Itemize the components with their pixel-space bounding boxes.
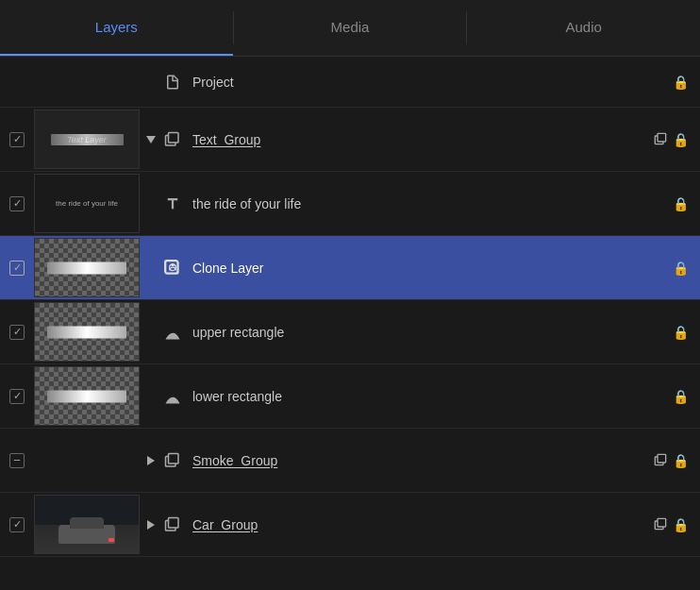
layer-name-lower-rect: lower rectangle xyxy=(189,389,673,404)
thumb-bar-clone xyxy=(47,261,126,274)
group-badge-car xyxy=(654,517,669,532)
checkbox-upper-rect[interactable] xyxy=(0,325,34,340)
checkbox-icon-clone[interactable] xyxy=(9,261,25,276)
thumb-upper-rect xyxy=(34,302,140,362)
lock-icon-car-group: 🔒 xyxy=(673,517,689,532)
car-roof xyxy=(70,517,104,529)
thumb-text-layer-text: the ride of your life xyxy=(52,195,122,211)
right-icons-text-group: 🔒 xyxy=(654,132,700,147)
arrow-right-icon-car xyxy=(147,520,155,530)
svg-point-6 xyxy=(171,263,174,266)
checkbox-text-group[interactable] xyxy=(0,132,34,147)
right-icons-clone: 🔒 xyxy=(673,261,700,276)
thumb-car-group xyxy=(34,495,140,554)
text-icon xyxy=(162,194,183,214)
clone-badge-tg xyxy=(654,132,669,147)
clone-icon-svg xyxy=(163,259,182,278)
checkbox-icon-text-group[interactable] xyxy=(9,132,25,147)
checkbox-icon-smoke-group[interactable] xyxy=(9,453,25,468)
lock-icon-text-layer: 🔒 xyxy=(673,196,689,211)
group-icon-text-group xyxy=(162,129,183,150)
checkbox-lower-rect[interactable] xyxy=(0,389,34,404)
layer-name-project: Project xyxy=(189,75,673,90)
layer-row-clone[interactable]: Clone Layer 🔒 xyxy=(0,236,700,300)
lock-icon-project: 🔒 xyxy=(673,75,689,90)
checkbox-icon-car-group[interactable] xyxy=(9,517,25,532)
layer-name-clone: Clone Layer xyxy=(189,261,673,276)
group-badge-smoke xyxy=(654,453,669,468)
shape-svg-lower xyxy=(163,387,182,406)
layer-row-text-layer[interactable]: the ride of your life the ride of your l… xyxy=(0,172,700,236)
thumb-lower-rect xyxy=(34,366,140,426)
layer-row-car-group[interactable]: Car_Group 🔒 xyxy=(0,493,700,557)
expand-smoke-group[interactable] xyxy=(140,456,162,465)
svg-rect-3 xyxy=(658,133,666,142)
lock-icon-text-group: 🔒 xyxy=(673,132,689,147)
layers-list: Project 🔒 Text Layer Tex xyxy=(0,57,700,557)
tab-layers[interactable]: Layers xyxy=(0,0,233,56)
thumb-bar-lower xyxy=(47,390,126,402)
layer-row-lower-rect[interactable]: lower rectangle 🔒 xyxy=(0,364,700,429)
tab-audio[interactable]: Audio xyxy=(467,0,700,56)
app-container: Layers Media Audio Project 🔒 xyxy=(0,0,700,557)
arrow-right-icon-smoke xyxy=(147,456,155,465)
right-icons-upper-rect: 🔒 xyxy=(673,325,700,340)
thumb-text-group: Text Layer xyxy=(34,110,140,169)
shape-icon-upper xyxy=(162,322,183,343)
lock-icon-clone: 🔒 xyxy=(673,261,689,276)
clone-layer-icon xyxy=(162,258,183,278)
svg-rect-1 xyxy=(169,132,179,143)
lock-icon-lower-rect: 🔒 xyxy=(673,389,689,404)
right-icons-project: 🔒 xyxy=(673,75,700,90)
layer-row-project[interactable]: Project 🔒 xyxy=(0,57,700,108)
checkbox-car-group[interactable] xyxy=(0,517,34,532)
right-icons-lower-rect: 🔒 xyxy=(673,389,700,404)
shape-svg-upper xyxy=(163,323,182,342)
document-icon xyxy=(162,72,183,93)
svg-rect-11 xyxy=(658,454,666,463)
checkbox-text-layer[interactable] xyxy=(0,196,34,211)
layer-row-upper-rect[interactable]: upper rectangle 🔒 xyxy=(0,300,700,364)
car-light xyxy=(108,538,114,542)
expand-text-group[interactable] xyxy=(140,136,162,143)
group-icon-smoke xyxy=(162,450,183,471)
arrow-down-icon xyxy=(146,136,156,143)
thumb-text-layer: the ride of your life xyxy=(34,174,140,233)
layer-name-smoke-group: Smoke_Group xyxy=(189,453,654,468)
tab-media[interactable]: Media xyxy=(234,0,467,56)
lock-icon-smoke-group: 🔒 xyxy=(673,453,689,468)
expand-car-group[interactable] xyxy=(140,520,162,530)
layer-name-car-group: Car_Group xyxy=(189,517,654,532)
checkbox-icon-upper-rect[interactable] xyxy=(9,325,25,340)
svg-rect-15 xyxy=(658,518,666,527)
layer-name-text-layer: the ride of your life xyxy=(189,196,673,211)
thumb-clone xyxy=(34,238,140,297)
shape-icon-lower xyxy=(162,386,183,407)
right-icons-text-layer: 🔒 xyxy=(673,196,700,211)
checkbox-clone[interactable] xyxy=(0,261,34,276)
svg-rect-9 xyxy=(169,453,179,464)
svg-rect-13 xyxy=(169,517,179,528)
layer-row-smoke-group[interactable]: Smoke_Group 🔒 xyxy=(0,429,700,493)
thumb-bar-tg xyxy=(51,134,124,145)
layer-row-text-group[interactable]: Text Layer Text_Group 🔒 xyxy=(0,108,700,172)
checkbox-icon-text-layer[interactable] xyxy=(9,196,25,211)
right-icons-smoke-group: 🔒 xyxy=(654,453,700,468)
tab-bar: Layers Media Audio xyxy=(0,0,700,57)
checkbox-icon-lower-rect[interactable] xyxy=(9,389,25,404)
lock-icon-upper-rect: 🔒 xyxy=(673,325,689,340)
layer-name-text-group: Text_Group xyxy=(189,132,654,147)
checkbox-smoke-group[interactable] xyxy=(0,453,34,468)
thumb-bar-upper xyxy=(47,326,126,338)
layer-name-upper-rect: upper rectangle xyxy=(189,325,673,340)
right-icons-car-group: 🔒 xyxy=(654,517,700,532)
group-icon-car xyxy=(162,514,183,535)
